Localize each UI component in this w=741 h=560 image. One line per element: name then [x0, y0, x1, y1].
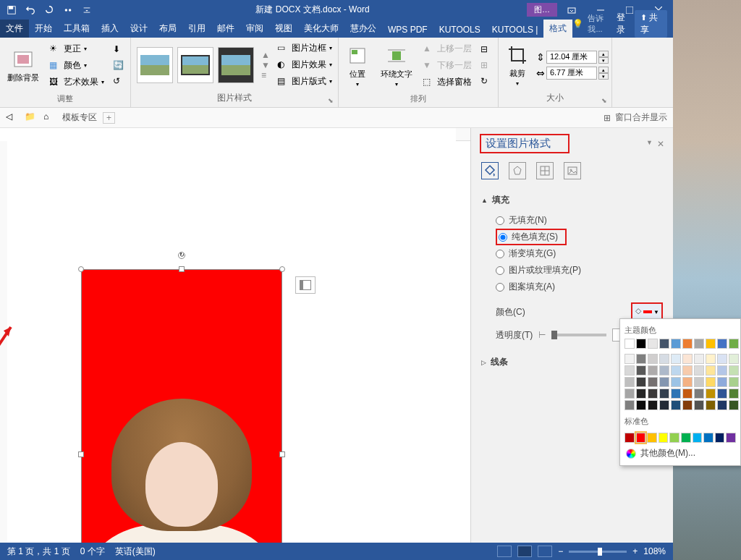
tab-kutools[interactable]: KUTOOLS [433, 22, 486, 38]
change-picture-icon[interactable]: 🔄 [110, 59, 127, 73]
undo-icon[interactable] [22, 2, 39, 18]
transparency-slider[interactable] [551, 334, 606, 336]
color-swatch[interactable] [706, 377, 716, 387]
spinner-up-icon[interactable]: ▴ [598, 67, 609, 73]
gallery-down-icon[interactable]: ▼ [261, 60, 270, 70]
color-swatch[interactable] [717, 389, 727, 399]
tab-beautify[interactable]: 美化大师 [298, 20, 344, 38]
color-swatch[interactable] [726, 433, 736, 443]
pattern-fill-radio[interactable]: 图案填充(A) [496, 279, 663, 295]
layout-options-icon[interactable] [295, 276, 316, 294]
color-swatch[interactable] [671, 365, 681, 376]
color-swatch[interactable] [659, 339, 669, 349]
width-input[interactable] [546, 67, 597, 80]
color-swatch[interactable] [729, 377, 739, 387]
color-swatch[interactable] [729, 354, 739, 364]
color-swatch[interactable] [659, 389, 669, 399]
zoom-level[interactable]: 108% [643, 546, 666, 556]
fill-section-header[interactable]: ▲ 填充 [481, 191, 663, 209]
style-item[interactable] [218, 47, 254, 83]
tab-insert[interactable]: 插入 [96, 20, 124, 38]
color-swatch[interactable] [671, 377, 681, 387]
gallery-more-icon[interactable]: ≡ [261, 70, 270, 80]
tab-toolbox[interactable]: 工具箱 [58, 20, 96, 38]
compress-icon[interactable]: ⬇ [110, 43, 127, 57]
bring-forward-button[interactable]: ▲上移一层 [420, 41, 475, 56]
color-swatch[interactable] [706, 339, 716, 349]
tab-layout[interactable]: 布局 [153, 20, 182, 38]
fill-line-tab-icon[interactable] [481, 162, 499, 179]
color-swatch[interactable] [706, 354, 716, 364]
color-swatch[interactable] [669, 433, 679, 443]
color-swatch[interactable] [681, 433, 691, 443]
color-swatch[interactable] [648, 389, 658, 399]
language-indicator[interactable]: 英语(美国) [115, 546, 156, 558]
tab-design[interactable]: 设计 [124, 20, 153, 38]
color-swatch[interactable] [648, 365, 658, 376]
share-button[interactable]: ⬆ 共享 [635, 10, 667, 38]
tell-me-input[interactable]: 告诉我... [588, 13, 612, 35]
color-swatch[interactable] [624, 377, 635, 387]
tab-huiban[interactable]: 慧办公 [344, 20, 382, 38]
wrap-text-button[interactable]: 环绕文字▾ [376, 43, 417, 89]
color-swatch[interactable] [682, 389, 693, 399]
color-swatch[interactable] [717, 377, 727, 387]
color-swatch[interactable] [659, 354, 669, 364]
corrections-button[interactable]: ☀更正▾ [46, 41, 107, 56]
color-swatch[interactable] [729, 365, 739, 376]
merge-windows-icon[interactable]: ⊞ [604, 113, 611, 123]
color-swatch[interactable] [694, 365, 704, 376]
qat-more-icon[interactable] [78, 2, 96, 18]
height-input[interactable] [546, 51, 597, 64]
color-swatch[interactable] [636, 433, 646, 443]
align-icon[interactable]: ⊟ [478, 43, 495, 57]
pane-menu-icon[interactable]: ▼ [646, 139, 653, 149]
resize-handle[interactable] [279, 451, 285, 457]
word-count[interactable]: 0 个字 [80, 546, 105, 558]
web-layout-icon[interactable] [538, 546, 552, 557]
spinner-down-icon[interactable]: ▾ [598, 73, 609, 80]
color-swatch[interactable] [729, 389, 739, 399]
gradient-fill-radio[interactable]: 渐变填充(G) [496, 245, 663, 262]
tab-references[interactable]: 引用 [182, 20, 211, 38]
nav-back-icon[interactable]: ◁ [6, 111, 19, 124]
color-swatch[interactable] [636, 400, 646, 410]
color-swatch[interactable] [706, 389, 716, 399]
picture-fill-radio[interactable]: 图片或纹理填充(P) [496, 262, 663, 279]
color-swatch[interactable] [648, 400, 658, 410]
dialog-launcher-icon[interactable]: ⬊ [601, 97, 607, 104]
home-icon[interactable]: ⌂ [43, 111, 56, 124]
color-swatch[interactable] [624, 339, 635, 349]
template-area-tab[interactable]: 模板专区 [62, 111, 97, 124]
color-swatch[interactable] [648, 377, 658, 387]
color-swatch[interactable] [706, 400, 716, 410]
zoom-slider[interactable] [569, 551, 627, 553]
color-swatch[interactable] [682, 400, 693, 410]
add-tab-icon[interactable]: + [103, 112, 115, 124]
document-canvas[interactable] [0, 128, 470, 543]
color-swatch[interactable] [659, 365, 669, 376]
gallery-up-icon[interactable]: ▲ [261, 50, 270, 60]
color-swatch[interactable] [694, 354, 704, 364]
tab-mailings[interactable]: 邮件 [211, 20, 240, 38]
rotate-icon[interactable]: ↻ [478, 75, 495, 89]
color-swatch[interactable] [706, 365, 716, 376]
color-swatch[interactable] [671, 354, 681, 364]
picture-effects-button[interactable]: ◐图片效果▾ [274, 57, 335, 72]
color-swatch[interactable] [624, 354, 635, 364]
color-swatch[interactable] [624, 365, 635, 376]
color-swatch[interactable] [636, 354, 646, 364]
color-swatch[interactable] [703, 433, 714, 443]
color-swatch[interactable] [659, 377, 669, 387]
color-swatch[interactable] [717, 354, 727, 364]
picture-tab-icon[interactable] [564, 162, 581, 179]
color-swatch[interactable] [682, 365, 693, 376]
color-swatch[interactable] [636, 377, 646, 387]
selected-image[interactable] [81, 269, 282, 543]
solid-fill-radio[interactable]: 纯色填充(S) [496, 229, 567, 245]
group-icon[interactable]: ⊞ [478, 59, 495, 73]
picture-border-button[interactable]: ▭图片边框▾ [274, 41, 335, 56]
color-swatch[interactable] [636, 365, 646, 376]
tab-view[interactable]: 视图 [269, 20, 298, 38]
redo-icon[interactable] [41, 2, 58, 18]
